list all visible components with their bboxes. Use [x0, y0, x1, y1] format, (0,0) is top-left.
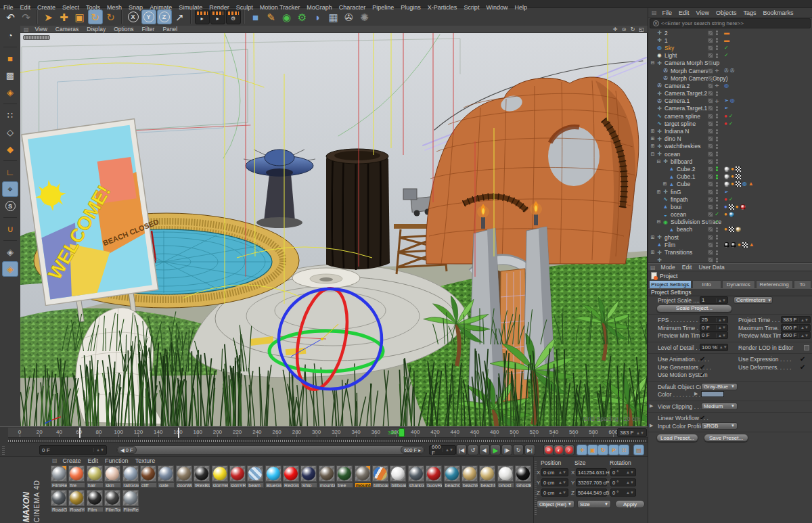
add-mograph[interactable]: ⚙ [295, 9, 310, 24]
layer-box[interactable] [708, 143, 713, 149]
menu-item-texture[interactable]: Texture [132, 457, 159, 465]
object-row-watchtheskies[interactable]: ⊞✛watchtheskies [648, 143, 812, 150]
object-row-2[interactable]: ✛2▬ [648, 29, 812, 37]
tab-dynamics[interactable]: Dynamics [722, 280, 755, 288]
workplane-lock[interactable]: ◈ [2, 244, 18, 260]
layer-box[interactable] [708, 212, 713, 217]
check-tag-icon[interactable]: ✓ [724, 53, 729, 58]
object-row-beach[interactable]: ▲beach● [648, 226, 812, 233]
add-environment[interactable]: ▦ [326, 9, 341, 24]
layer-box[interactable] [708, 60, 713, 66]
spin-field[interactable]: 0 F▲▼ [700, 324, 728, 332]
lock-y-axis[interactable]: Y [141, 9, 156, 24]
tag-icons[interactable]: ● [724, 166, 741, 172]
object-row-dino-n[interactable]: ⊞✛dino N [648, 135, 812, 143]
tag-icons[interactable]: ● [724, 227, 741, 232]
tag-icons[interactable]: ●✓ [724, 114, 734, 119]
align-tag-icon[interactable]: ➢ [724, 98, 729, 104]
object-row-cube-2[interactable]: ▲Cube.2● [648, 165, 812, 173]
material-tag-icon[interactable] [724, 242, 729, 248]
pan-view-icon[interactable]: ✛ [612, 26, 618, 32]
tag-icons[interactable]: ● [724, 174, 741, 179]
layer-box[interactable] [708, 114, 713, 119]
tag-icons[interactable]: ▬ [724, 38, 729, 43]
layer-box[interactable] [708, 181, 713, 187]
coord-field[interactable]: 33267.705 cm▲▼ [576, 478, 607, 486]
layer-box[interactable] [708, 235, 713, 240]
record-scale[interactable]: ▣ [587, 445, 598, 455]
keyframe-strip[interactable] [8, 438, 648, 443]
add-generator[interactable]: ◉ [279, 9, 294, 24]
visibility-dots[interactable]: ✛ [708, 98, 719, 104]
uv-tag-icon[interactable] [729, 227, 734, 232]
reddot-tag-icon[interactable]: ● [724, 114, 727, 119]
expander-icon[interactable]: ⊞ [656, 189, 662, 195]
menu-item-mode[interactable]: Mode [658, 263, 679, 271]
layer-box[interactable] [708, 136, 713, 141]
visibility-dots[interactable] [708, 235, 719, 240]
layer-box[interactable] [708, 152, 713, 157]
object-row-cube[interactable]: ⊞▲Cube●◍▲ [648, 181, 812, 188]
object-row-camera-2[interactable]: ✇Camera.2✛◎ [648, 82, 812, 89]
object-row-morph-camera[interactable]: ✇Morph Camera✛✇✇ [648, 67, 812, 74]
dotblue-tag-icon[interactable]: ● [724, 204, 727, 210]
material-beachsa[interactable]: beachSa [461, 465, 478, 488]
menu-item-objects[interactable]: Objects [713, 9, 740, 17]
enable-axis[interactable]: ∟ [2, 164, 18, 180]
target-tag-icon[interactable]: ◎ [730, 98, 735, 104]
range-start-handle[interactable]: ◀ 0 F [117, 446, 137, 454]
reddot-tag-icon[interactable]: ● [724, 197, 727, 202]
material-filmree[interactable]: FilmRee [122, 490, 139, 512]
object-row-transitions[interactable]: ⊞✛Transitions [648, 248, 812, 256]
object-row-ghost[interactable]: ⊞✛ghost [648, 233, 812, 241]
layer-box[interactable] [708, 227, 713, 232]
tag-icons[interactable]: ✓ [724, 45, 729, 51]
dropdown[interactable]: Medium▼ [701, 403, 738, 410]
visibility-dots[interactable]: ✛ [708, 68, 719, 74]
undo[interactable]: ↶ [3, 9, 18, 24]
target-tag-icon[interactable]: ◎ [724, 83, 729, 89]
material-trexbla[interactable]: tRexBla [194, 465, 210, 488]
checkbox[interactable]: ✔ [700, 371, 705, 378]
check-tag-icon[interactable]: ✓ [729, 114, 734, 119]
render-view[interactable]: ▸ [195, 9, 210, 24]
visibility-dots[interactable] [708, 159, 719, 164]
coord-field[interactable]: 0 °▲▼ [610, 468, 636, 476]
add-camera[interactable]: ✇ [342, 9, 357, 24]
material-tag-icon[interactable] [736, 227, 741, 232]
object-row-item[interactable]: ✛ [648, 256, 812, 263]
expand-arrow-icon[interactable]: ▶ [650, 423, 653, 428]
dropdown[interactable]: Gray-Blue▼ [701, 383, 738, 390]
uv-tag-icon[interactable] [729, 204, 734, 210]
phong-tag-icon[interactable]: ● [731, 174, 734, 179]
current-frame-field[interactable]: 0 F▲▼ [39, 445, 107, 455]
spin-field[interactable]: 100 %▲▼ [700, 344, 728, 351]
menu-item-function[interactable]: Function [102, 457, 132, 465]
expander-icon[interactable]: ⊞ [650, 129, 656, 134]
material-buoyre[interactable]: buoyRe [426, 465, 443, 488]
dark-tower[interactable] [326, 149, 390, 270]
layer-box[interactable] [708, 242, 713, 248]
keyframe-options[interactable]: ? [564, 445, 574, 455]
size-dropdown[interactable]: Size▼ [577, 500, 611, 508]
visibility-dots[interactable] [708, 152, 719, 157]
tag-icons[interactable]: ● [724, 212, 734, 217]
material-beacho[interactable]: beachO [444, 465, 461, 488]
button-scale-project[interactable]: Scale Project... [656, 304, 732, 313]
object-row-camera-target-1[interactable]: ✛Camera.Target.1➢ [648, 105, 812, 112]
layer-box[interactable] [708, 68, 713, 74]
layer-box[interactable] [708, 257, 713, 263]
phong-tag-icon[interactable]: ● [736, 204, 739, 210]
material-roadyel[interactable]: RoadYel [68, 490, 85, 512]
layer-box[interactable] [708, 121, 713, 127]
menu-item-user-data[interactable]: User Data [695, 263, 727, 271]
tag-icons[interactable]: ◎ [724, 83, 729, 89]
edges-mode[interactable]: ◇ [2, 124, 18, 140]
checkbox[interactable]: ✔ [800, 355, 805, 363]
menu-item-create[interactable]: Create [60, 457, 85, 465]
polygons-mode[interactable]: ◆ [2, 141, 18, 157]
material-tag-icon[interactable] [724, 174, 729, 179]
object-row-light[interactable]: ✺Light✓ [648, 52, 812, 60]
record-position[interactable]: ✛ [577, 445, 587, 455]
menu-item-bookmarks[interactable]: Bookmarks [759, 9, 796, 17]
